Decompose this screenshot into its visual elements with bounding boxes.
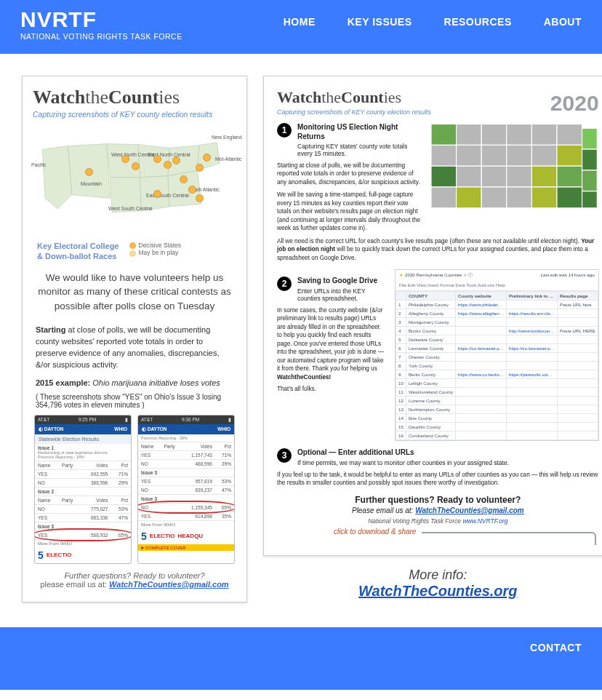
screenshot-pair: AT&T9:25 PM▮ ◐ DAYTONWHIO Statewide Elec…: [34, 415, 235, 564]
svg-rect-6: [582, 128, 598, 149]
svg-rect-24: [507, 187, 532, 208]
map-legend: Decisive States May be in play: [129, 242, 182, 257]
brand-name: NVRTF: [20, 9, 182, 31]
step-1-sub: Capturing KEY states' county vote totals…: [297, 143, 422, 157]
screenshot-after: AT&T9:36 PM▮ ◐ DAYTONWHIO Precincts Repo…: [137, 415, 235, 564]
nav-key-issues[interactable]: KEY ISSUES: [348, 16, 412, 28]
flyer-left-example: 2015 example: Ohio marijuana initiative …: [36, 378, 233, 387]
right-para-2: We will be saving a time-stamped, full-p…: [277, 191, 422, 232]
site-header: NVRTF NATIONAL VOTING RIGHTS TASK FORCE …: [0, 0, 602, 54]
svg-rect-25: [531, 187, 557, 208]
region-wsc: West South Central: [108, 206, 153, 211]
svg-rect-0: [431, 124, 457, 146]
google-sheet-thumb: ★2020 Pennsylvania Counties ☆ ⓘLast edit…: [395, 269, 599, 441]
flyer-left-intro: We would like to have volunteers help us…: [36, 271, 233, 314]
flyer-left-example-caption: ( These screenshots show "YES" on Ohio's…: [36, 393, 233, 409]
svg-rect-22: [457, 187, 482, 208]
svg-rect-23: [481, 187, 507, 208]
map-dot: [188, 186, 196, 194]
map-dot: [172, 156, 180, 164]
flyer-right-title: WatchtheCounties: [277, 88, 431, 107]
right-para-4: In some cases, the county website (&/or …: [277, 306, 386, 381]
step-3-sub: If time permits, we may want to monitor …: [297, 459, 509, 466]
flyer-right[interactable]: WatchtheCounties Capturing screenshots o…: [263, 76, 602, 556]
brand[interactable]: NVRTF NATIONAL VOTING RIGHTS TASK FORCE: [20, 9, 182, 41]
svg-rect-13: [582, 149, 598, 170]
more-info-link[interactable]: WatchTheCounties.org: [263, 583, 602, 600]
map-key-title: Key Electoral College & Down-ballot Race…: [37, 242, 119, 262]
map-dot: [164, 161, 172, 169]
svg-rect-9: [481, 145, 507, 166]
pa-county-map: [431, 116, 599, 233]
map-dot: [132, 162, 140, 170]
map-legend-row: Key Electoral College & Down-ballot Race…: [37, 242, 232, 262]
map-dot: [196, 164, 204, 172]
svg-rect-17: [507, 166, 532, 187]
step-3-title: Optional — Enter additional URLs: [297, 448, 509, 458]
right-para-4c: That's all folks.: [277, 386, 386, 392]
map-dot: [85, 168, 93, 176]
flyer-left[interactable]: WatchtheCounties Capturing screenshots o…: [22, 76, 247, 602]
right-para-1: Starting at close of polls, we will be d…: [277, 162, 422, 186]
screenshot-before: AT&T9:25 PM▮ ◐ DAYTONWHIO Statewide Elec…: [34, 415, 132, 564]
region-mountain: Mountain: [81, 181, 102, 186]
flyer-left-para1: Starting at close of polls, we will be d…: [36, 325, 233, 371]
map-dot: [180, 175, 188, 183]
sheet-table: COUNTYCounty websitePreliminary link to …: [396, 291, 598, 440]
step-1-badge: 1: [277, 123, 292, 138]
download-callout: click to download & share: [350, 532, 596, 545]
step-2-title: Saving to Google Drive: [297, 277, 386, 286]
step-3-badge: 3: [277, 448, 292, 463]
step-2-sub: Enter URLs into the KEY counties spreads…: [297, 287, 386, 302]
main-content: WatchtheCounties Capturing screenshots o…: [0, 54, 602, 617]
nav-resources[interactable]: RESOURCES: [444, 16, 512, 28]
svg-rect-11: [531, 145, 557, 166]
svg-rect-27: [582, 191, 598, 208]
flyer-left-subtitle: Capturing screenshots of KEY county elec…: [33, 110, 236, 119]
nav-home[interactable]: HOME: [284, 16, 316, 28]
flyer-right-year: 2020: [550, 91, 599, 116]
map-dot: [153, 190, 161, 198]
svg-rect-16: [481, 166, 507, 187]
flyer-right-cta: Further questions? Ready to volunteer? P…: [277, 495, 599, 525]
brand-subtitle: NATIONAL VOTING RIGHTS TASK FORCE: [20, 32, 182, 41]
download-label[interactable]: click to download & share: [328, 528, 422, 536]
org-link[interactable]: www.NVRTF.org: [462, 517, 507, 525]
map-dot: [153, 155, 161, 163]
map-dot: [203, 154, 211, 162]
svg-rect-19: [557, 166, 582, 187]
step-1-title: Monitoring US Election Night Returns: [297, 123, 422, 141]
flyer-right-subtitle: Capturing screenshots of KEY county elec…: [277, 108, 431, 116]
region-ne: New England: [212, 135, 242, 140]
svg-rect-3: [507, 124, 532, 146]
nav-about[interactable]: ABOUT: [544, 16, 582, 28]
svg-rect-14: [431, 166, 457, 187]
region-esc: East South Central: [146, 193, 189, 198]
map-dot: [121, 155, 129, 163]
step-2-badge: 2: [277, 277, 292, 291]
map-dot: [196, 194, 204, 202]
site-footer: CONTACT: [0, 627, 602, 690]
primary-nav: HOME KEY ISSUES RESOURCES ABOUT: [284, 9, 582, 28]
svg-rect-20: [582, 170, 598, 191]
svg-rect-15: [457, 166, 482, 187]
right-para-3: All we need is the correct URL for each …: [277, 237, 599, 262]
footer-contact[interactable]: CONTACT: [530, 642, 582, 653]
svg-rect-18: [531, 166, 557, 187]
flyer-left-footer: Further questions? Ready to volunteer? p…: [33, 571, 236, 589]
usa-map-svg: [30, 124, 239, 237]
svg-rect-26: [557, 187, 582, 208]
flyer-left-title: WatchtheCounties: [33, 87, 236, 108]
svg-rect-12: [557, 145, 582, 166]
email-link-left[interactable]: WatchTheCounties@gmail.com: [109, 580, 229, 589]
svg-rect-21: [431, 187, 457, 208]
more-info: More info: WatchTheCounties.org: [263, 568, 602, 600]
right-para-5: If you feel up to the task, it would be …: [277, 471, 599, 488]
region-ma: Mid-Atlantic: [215, 156, 242, 162]
svg-rect-8: [457, 145, 482, 166]
svg-rect-5: [557, 124, 582, 146]
email-link-right[interactable]: WatchTheCounties@gmail.com: [415, 506, 524, 514]
svg-rect-7: [431, 145, 457, 166]
region-pacific: Pacific: [31, 162, 47, 167]
svg-rect-10: [507, 145, 532, 166]
